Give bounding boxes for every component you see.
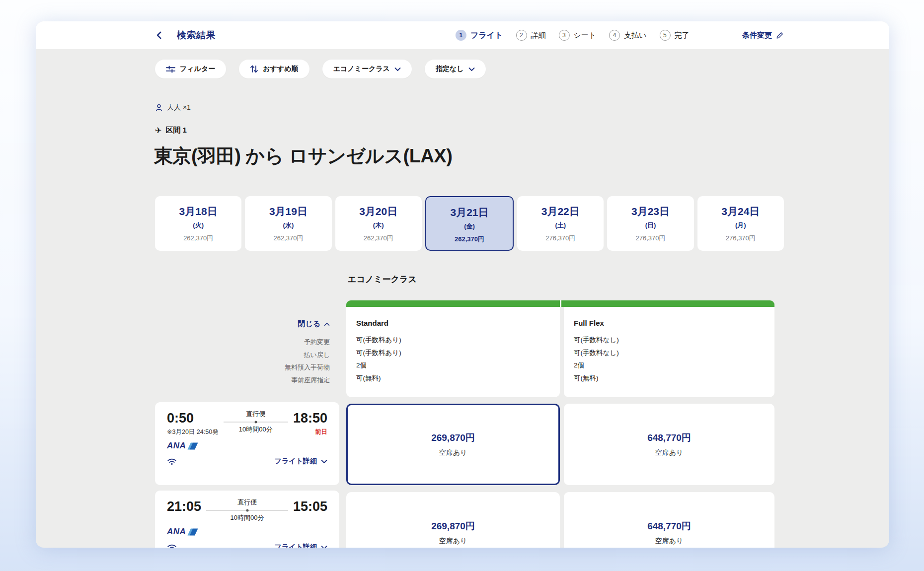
sliders-icon (166, 65, 175, 73)
step-label: 支払い (624, 31, 646, 40)
person-icon (155, 104, 163, 112)
fare-column-name: Standard (356, 319, 550, 327)
flight-details-label: フライト詳細 (275, 457, 317, 466)
segment-info: ✈ 区間 1 (155, 126, 187, 135)
fare-value: 可(手数料なし) (574, 334, 765, 347)
wifi-icon (167, 458, 177, 465)
fare-class-color-bar (346, 300, 774, 307)
date-card[interactable]: 3月18日 (火) 262,370円 (155, 196, 241, 251)
arrival-day-note: 前日 (293, 428, 327, 436)
step-label: フライト (470, 30, 503, 41)
departure-note: ※3月20日 24:50発 (167, 428, 219, 436)
page-title: 検索結果 (177, 29, 216, 42)
step-label: 詳細 (531, 31, 545, 40)
step-details[interactable]: 2 詳細 (516, 30, 545, 41)
weekday-label: (月) (735, 221, 746, 230)
date-card[interactable]: 3月24日 (月) 276,370円 (697, 196, 784, 251)
date-label: 3月18日 (179, 205, 218, 218)
airplane-icon: ✈ (155, 126, 161, 135)
collapse-label: 閉じる (298, 319, 320, 329)
route-type: 直行便 (246, 410, 265, 419)
filter-label: フィルター (180, 65, 215, 73)
fare-row-label: 予約変更 (155, 336, 330, 349)
fare-value: 可(手数料あり) (356, 334, 550, 347)
filter-bar: フィルター おすすめ順 エコノミークラス 指定なし (155, 60, 486, 78)
seat-availability: 空席あり (655, 448, 684, 457)
wifi-icon (167, 544, 177, 548)
step-complete[interactable]: 5 完了 (659, 30, 689, 41)
fare-cell-fullflex[interactable]: 648,770円 空席あり (564, 404, 774, 485)
weekday-label: (日) (645, 221, 656, 230)
date-price: 262,370円 (273, 234, 303, 243)
date-card[interactable]: 3月19日 (水) 262,370円 (245, 196, 331, 251)
date-price: 276,370円 (726, 234, 756, 243)
weekday-label: (水) (283, 221, 294, 230)
date-label: 3月22日 (541, 205, 580, 218)
seat-availability: 空席あり (439, 537, 467, 546)
step-seat[interactable]: 3 シート (558, 30, 596, 41)
back-button[interactable] (155, 31, 164, 40)
fare-value: 2個 (356, 359, 550, 372)
spec-dropdown[interactable]: 指定なし (425, 60, 486, 78)
date-card[interactable]: 3月23日 (日) 276,370円 (607, 196, 693, 251)
step-flight[interactable]: 1 フライト (456, 30, 503, 41)
airline-name: ANA (167, 527, 186, 537)
arrival-time: 18:50 (293, 411, 327, 426)
fare-price: 269,870円 (431, 431, 475, 444)
segment-label: 区間 1 (165, 126, 187, 135)
fare-value: 可(無料) (574, 372, 765, 385)
collapse-button[interactable]: 閉じる (298, 319, 330, 329)
flight-info-card: 21:05 直行便 10時間00分 15:05 ANA フライト詳細 (155, 491, 339, 548)
fare-price: 269,870円 (431, 520, 475, 533)
fare-value: 可(手数料あり) (356, 347, 550, 359)
fare-value: 可(無料) (356, 372, 550, 385)
weekday-label: (火) (193, 221, 204, 230)
date-price: 276,370円 (636, 234, 666, 243)
date-label: 3月20日 (359, 205, 397, 218)
fare-cell-standard-selected[interactable]: 269,870円 空席あり (346, 404, 560, 485)
header: 検索結果 1 フライト 2 詳細 3 シート 4 支払い 5 完了 (36, 21, 889, 49)
date-card[interactable]: 3月22日 (土) 276,370円 (517, 196, 604, 251)
search-results-page: 検索結果 1 フライト 2 詳細 3 シート 4 支払い 5 完了 (36, 21, 889, 548)
date-price: 262,370円 (183, 234, 213, 243)
date-card-selected[interactable]: 3月21日 (金) 262,370円 (425, 196, 514, 251)
airline-name: ANA (167, 441, 186, 451)
ana-logo: ANA (167, 441, 327, 451)
fare-column-name: Full Flex (574, 319, 765, 327)
step-number: 1 (456, 30, 466, 41)
seat-availability: 空席あり (439, 448, 467, 457)
fare-price: 648,770円 (647, 431, 691, 444)
chevron-left-icon (155, 31, 164, 40)
flight-details-button[interactable]: フライト詳細 (275, 457, 327, 466)
route-line (206, 510, 288, 511)
fare-row-label: 払い戻し (155, 349, 330, 361)
date-price: 262,370円 (364, 234, 393, 243)
chevron-up-icon (324, 322, 330, 326)
sort-button[interactable]: おすすめ順 (239, 60, 309, 78)
flight-details-button[interactable]: フライト詳細 (275, 543, 327, 548)
sort-arrows-icon (250, 65, 258, 73)
fare-cell-fullflex[interactable]: 648,770円 空席あり (564, 492, 774, 548)
step-payment[interactable]: 4 支払い (609, 30, 646, 41)
weekday-label: (金) (464, 222, 475, 231)
cabin-class-label: エコノミークラス (333, 65, 390, 73)
date-card[interactable]: 3月20日 (木) 262,370円 (335, 196, 422, 251)
fare-column-standard: Standard 可(手数料あり) 可(手数料あり) 2個 可(無料) (346, 307, 560, 397)
date-price: 276,370円 (545, 234, 575, 243)
cabin-class-heading: エコノミークラス (348, 274, 417, 285)
date-label: 3月21日 (450, 206, 488, 219)
change-conditions-label: 条件変更 (742, 31, 772, 40)
step-number: 4 (609, 30, 620, 41)
flight-info-card: 0:50 ※3月20日 24:50発 直行便 10時間00分 18:50 前日 … (155, 402, 339, 485)
pencil-icon (776, 31, 784, 39)
progress-steps: 1 フライト 2 詳細 3 シート 4 支払い 5 完了 (456, 21, 690, 49)
change-conditions-button[interactable]: 条件変更 (742, 31, 784, 40)
route-title: 東京(羽田) から ロサンゼルス(LAX) (154, 143, 452, 169)
filter-button[interactable]: フィルター (155, 60, 226, 78)
fare-comparison-table: Standard 可(手数料あり) 可(手数料あり) 2個 可(無料) Full… (346, 307, 774, 397)
ana-logo: ANA (167, 527, 327, 537)
flight-details-label: フライト詳細 (275, 543, 317, 548)
date-selector: 3月18日 (火) 262,370円 3月19日 (水) 262,370円 3月… (155, 196, 784, 251)
fare-cell-standard[interactable]: 269,870円 空席あり (346, 492, 560, 548)
cabin-class-dropdown[interactable]: エコノミークラス (322, 60, 412, 78)
